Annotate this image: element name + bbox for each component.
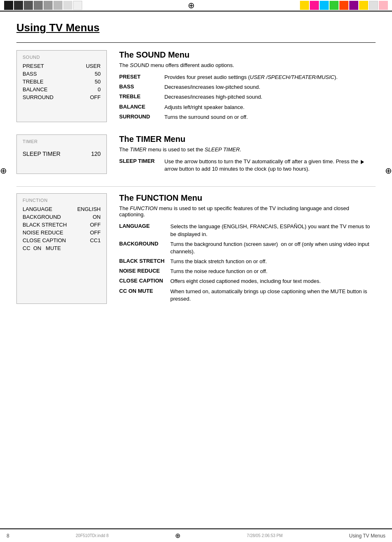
timer-label-sleep: SLEEP TIMER	[23, 151, 60, 157]
term-black-stretch: BLACK STRETCH	[119, 257, 171, 266]
function-menu-box: FUNCTION LANGUAGE ENGLISH BACKGROUND ON …	[16, 193, 107, 304]
color-block-7	[63, 1, 72, 10]
term-preset: PRESET	[119, 72, 164, 82]
top-color-bar: ⊕	[0, 0, 392, 12]
def-bass: Decreases/increases low-pitched sound.	[164, 82, 376, 92]
term-bass: BASS	[119, 82, 164, 92]
table-row: BLACK STRETCH Turns the black stretch fu…	[119, 257, 376, 266]
color-block-3	[24, 1, 33, 10]
sound-value-treble: 50	[95, 79, 101, 85]
color-block-8	[73, 1, 82, 10]
sound-menu-title: SOUND	[23, 55, 101, 60]
term-close-caption: CLOSE CAPTION	[119, 276, 171, 286]
sound-desc-intro: The SOUND menu offers different audio op…	[119, 62, 376, 68]
sound-menu-box: SOUND PRESET USER BASS 50 TREBLE 50 BALA…	[16, 50, 107, 122]
timer-desc-table: SLEEP TIMER Use the arrow buttons to tur…	[119, 157, 376, 174]
color-block-r9	[379, 1, 388, 10]
timer-row-sleep: SLEEP TIMER 120	[23, 151, 101, 157]
sound-value-bass: 50	[95, 71, 101, 77]
footer-crosshair: ⊕	[175, 532, 180, 540]
bottom-bar: 8 20F510TDr.indd 8 ⊕ 7/28/05 2:06:53 PM …	[0, 528, 392, 542]
color-block-r4	[330, 1, 339, 10]
term-noise-reduce: NOISE REDUCE	[119, 266, 171, 276]
def-cc-on-mute: When turned on, automatically brings up …	[171, 287, 376, 304]
arrow-right-icon	[361, 160, 364, 164]
func-label-language: LANGUAGE	[23, 206, 52, 212]
color-block-r2	[310, 1, 319, 10]
func-row-closecaption: CLOSE CAPTION CC1	[23, 236, 101, 244]
page-title: Using TV Menus	[16, 21, 376, 34]
def-close-caption: Offers eight closed captioned modes, inc…	[171, 276, 376, 286]
term-cc-on-mute: CC ON MUTE	[119, 287, 171, 304]
def-treble: Decreases/increases high-pitched sound.	[164, 92, 376, 102]
sound-value-preset: USER	[86, 63, 101, 69]
color-block-4	[34, 1, 43, 10]
sound-desc-area: The SOUND Menu The SOUND menu offers dif…	[119, 50, 376, 122]
term-language: LANGUAGE	[119, 222, 171, 239]
crosshair-top: ⊕	[82, 0, 300, 10]
table-row: CC ON MUTE When turned on, automatically…	[119, 287, 376, 304]
sound-desc-table: PRESET Provides four preset audio settin…	[119, 72, 376, 122]
table-row: BALANCE Adjusts left/right speaker balan…	[119, 102, 376, 112]
func-label-background: BACKGROUND	[23, 214, 61, 220]
timer-desc-area: The TIMER Menu The TIMER menu is used to…	[119, 134, 376, 174]
sound-label-surround: SURROUND	[23, 94, 53, 100]
table-row: NOISE REDUCE Turns the noise reduce func…	[119, 266, 376, 276]
func-row-language: LANGUAGE ENGLISH	[23, 205, 101, 213]
timer-desc-title: The TIMER Menu	[119, 134, 376, 144]
func-value-noisereduce: OFF	[90, 229, 101, 236]
footer-date-info: 7/28/05 2:06:53 PM	[247, 533, 283, 538]
func-label-blackstretch: BLACK STRETCH	[23, 222, 67, 228]
crosshair-left-icon: ⊕	[0, 166, 7, 176]
term-balance: BALANCE	[119, 102, 164, 112]
def-preset: Provides four preset audio settings (USE…	[164, 72, 376, 82]
sound-label-preset: PRESET	[23, 63, 44, 69]
func-label-noisereduce: NOISE REDUCE	[23, 229, 63, 236]
func-row-background: BACKGROUND ON	[23, 213, 101, 221]
timer-section: TIMER SLEEP TIMER 120 The TIMER Menu The…	[16, 134, 376, 174]
function-desc-area: The FUNCTION Menu The FUNCTION menu is u…	[119, 193, 376, 304]
func-value-language: ENGLISH	[77, 206, 101, 212]
sound-value-balance: 0	[98, 86, 101, 93]
timer-desc-intro: The TIMER menu is used to set the SLEEP …	[119, 146, 376, 153]
func-value-closecaption: CC1	[90, 237, 101, 243]
color-block-r5	[339, 1, 348, 10]
func-row-cconmute: CC ON MUTE	[23, 244, 101, 252]
table-row: PRESET Provides four preset audio settin…	[119, 72, 376, 82]
sound-label-balance: BALANCE	[23, 86, 48, 93]
color-block-1	[4, 1, 13, 10]
sound-value-surround: OFF	[90, 94, 101, 100]
sound-section: SOUND PRESET USER BASS 50 TREBLE 50 BALA…	[16, 50, 376, 122]
color-block-6	[53, 1, 62, 10]
color-block-r1	[300, 1, 309, 10]
timer-value-sleep: 120	[91, 151, 101, 157]
sound-row-surround: SURROUND OFF	[23, 93, 101, 101]
sound-row-bass: BASS 50	[23, 70, 101, 78]
func-value-blackstretch: OFF	[90, 222, 101, 228]
color-block-5	[44, 1, 53, 10]
table-row: CLOSE CAPTION Offers eight closed captio…	[119, 276, 376, 286]
function-desc-table: LANGUAGE Selects the language (ENGLISH, …	[119, 222, 376, 304]
timer-menu-box: TIMER SLEEP TIMER 120	[16, 134, 107, 174]
table-row: SLEEP TIMER Use the arrow buttons to tur…	[119, 157, 376, 174]
sound-label-bass: BASS	[23, 71, 37, 77]
color-block-r8	[369, 1, 378, 10]
color-block-r3	[320, 1, 329, 10]
term-surround: SURROUND	[119, 112, 164, 122]
color-block-r7	[359, 1, 368, 10]
table-row: BACKGROUND Turns the background function…	[119, 239, 376, 257]
footer-file-info: 20F510TDr.indd 8	[76, 533, 108, 538]
function-desc-title: The FUNCTION Menu	[119, 193, 376, 203]
dark-color-blocks	[4, 1, 82, 10]
func-label-closecaption: CLOSE CAPTION	[23, 237, 66, 243]
color-block-2	[14, 1, 23, 10]
def-surround: Turns the surround sound on or off.	[164, 112, 376, 122]
func-row-blackstretch: BLACK STRETCH OFF	[23, 221, 101, 229]
sound-row-preset: PRESET USER	[23, 62, 101, 70]
term-sleep-timer: SLEEP TIMER	[119, 157, 164, 174]
sound-label-treble: TREBLE	[23, 79, 44, 85]
color-block-r6	[349, 1, 358, 10]
footer-page-num: 8	[7, 533, 9, 539]
def-sleep-timer: Use the arrow buttons to turn the TV aut…	[164, 157, 376, 174]
function-desc-intro: The FUNCTION menu is used to set up spec…	[119, 205, 376, 218]
